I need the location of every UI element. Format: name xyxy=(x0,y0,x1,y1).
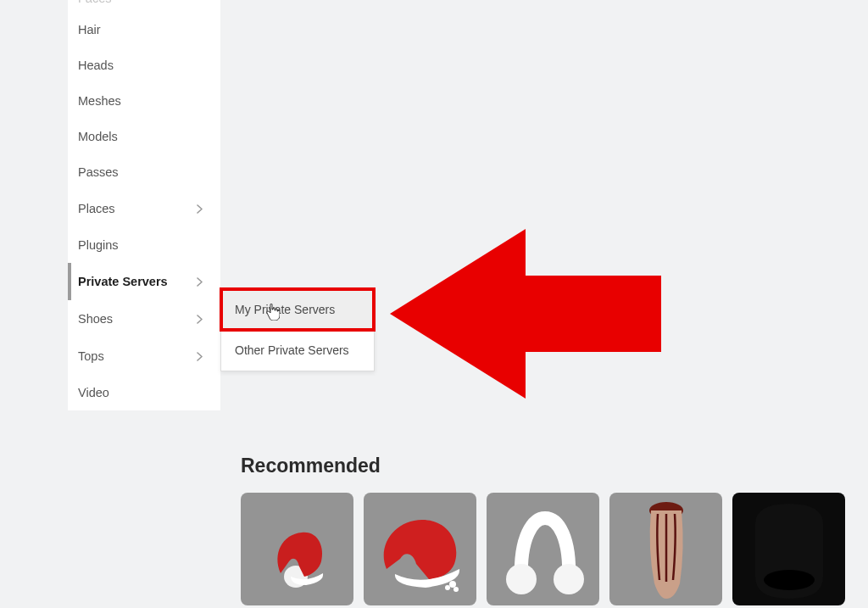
sidebar-item-passes[interactable]: Passes xyxy=(68,154,220,190)
submenu-item-label: My Private Servers xyxy=(235,303,335,316)
sidebar-item-label: Meshes xyxy=(78,94,121,108)
svg-marker-0 xyxy=(390,229,661,399)
svg-point-6 xyxy=(554,564,584,594)
recommended-card-5[interactable] xyxy=(732,493,845,605)
sidebar-item-label: Shoes xyxy=(78,312,113,326)
sidebar-item-label: Hair xyxy=(78,23,101,36)
recommended-row xyxy=(241,493,868,605)
sidebar-item-meshes[interactable]: Meshes xyxy=(68,83,220,119)
sidebar-item-video[interactable]: Video xyxy=(68,375,220,410)
sidebar-item-label: Plugins xyxy=(78,238,119,252)
chevron-right-icon xyxy=(192,311,207,326)
sidebar-item-plugins[interactable]: Plugins xyxy=(68,227,220,263)
chevron-right-icon xyxy=(192,349,207,364)
recommended-card-3[interactable] xyxy=(487,493,599,605)
svg-point-3 xyxy=(445,585,450,590)
recommended-card-2[interactable] xyxy=(364,493,476,605)
svg-point-2 xyxy=(449,581,456,588)
sidebar-item-label: Video xyxy=(78,386,109,399)
sidebar-item-label: Passes xyxy=(78,165,119,179)
sidebar-item-label: Private Servers xyxy=(78,275,168,288)
sidebar-item-label: Heads xyxy=(78,59,114,72)
svg-point-4 xyxy=(453,587,459,592)
category-sidebar: Faces Hair Heads Meshes Models Passes Pl… xyxy=(68,0,220,410)
submenu-item-my-private-servers[interactable]: My Private Servers xyxy=(221,289,374,330)
sidebar-item-label: Tops xyxy=(78,349,104,363)
private-servers-submenu: My Private Servers Other Private Servers xyxy=(220,288,375,371)
annotation-arrow-icon xyxy=(390,229,670,402)
submenu-item-label: Other Private Servers xyxy=(235,343,349,357)
svg-point-8 xyxy=(764,570,815,590)
sidebar-item-label: Faces xyxy=(78,0,112,5)
submenu-item-other-private-servers[interactable]: Other Private Servers xyxy=(221,330,374,371)
sidebar-item-places[interactable]: Places xyxy=(68,190,220,227)
recommended-card-4[interactable] xyxy=(609,493,722,605)
sidebar-item-faces[interactable]: Faces xyxy=(68,0,220,12)
sidebar-item-label: Places xyxy=(78,202,115,215)
recommended-heading: Recommended xyxy=(241,455,868,477)
recommended-card-1[interactable] xyxy=(241,493,353,605)
sidebar-item-label: Models xyxy=(78,130,118,143)
chevron-right-icon xyxy=(192,201,207,216)
sidebar-item-private-servers[interactable]: Private Servers xyxy=(68,263,220,300)
sidebar-item-shoes[interactable]: Shoes xyxy=(68,300,220,337)
svg-point-5 xyxy=(506,564,537,594)
sidebar-item-tops[interactable]: Tops xyxy=(68,337,220,375)
sidebar-item-heads[interactable]: Heads xyxy=(68,47,220,83)
recommended-section: Recommended xyxy=(241,455,868,605)
sidebar-item-hair[interactable]: Hair xyxy=(68,12,220,47)
chevron-right-icon xyxy=(192,274,207,289)
sidebar-item-models[interactable]: Models xyxy=(68,119,220,154)
